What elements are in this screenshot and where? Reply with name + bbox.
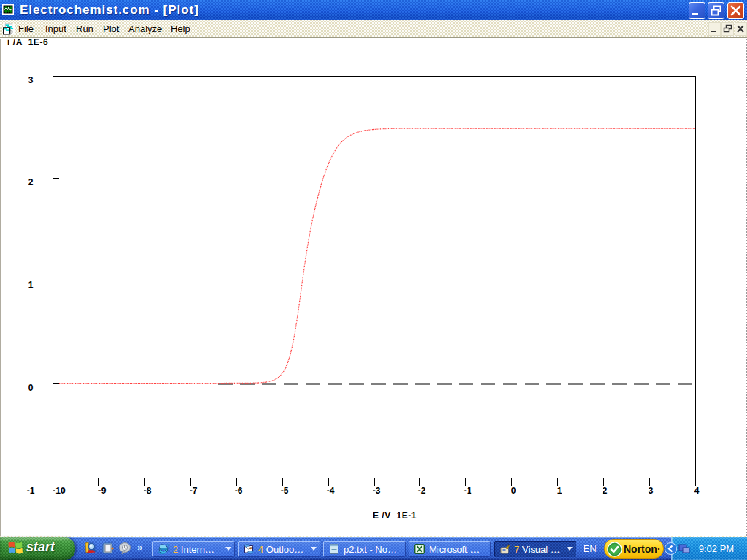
svg-text:E /V 1E-1: E /V 1E-1 <box>373 510 417 521</box>
svg-text:0: 0 <box>28 383 34 393</box>
svg-text:3: 3 <box>28 75 34 85</box>
svg-text:i /A 1E-6: i /A 1E-6 <box>7 37 48 47</box>
svg-text:-10: -10 <box>53 486 66 496</box>
svg-text:-1: -1 <box>27 486 35 496</box>
svg-text:1: 1 <box>557 486 562 496</box>
svg-text:-1: -1 <box>464 486 472 496</box>
svg-text:-7: -7 <box>190 486 198 496</box>
svg-text:-8: -8 <box>144 486 152 496</box>
svg-text:4: 4 <box>694 486 700 496</box>
svg-text:-5: -5 <box>281 486 289 496</box>
svg-text:-9: -9 <box>98 486 107 496</box>
svg-text:2: 2 <box>28 177 34 187</box>
svg-text:-6: -6 <box>235 486 243 496</box>
svg-text:-4: -4 <box>327 486 335 496</box>
svg-text:-2: -2 <box>418 486 426 496</box>
svg-text:0: 0 <box>511 486 516 496</box>
svg-text:2: 2 <box>603 486 608 496</box>
svg-text:1: 1 <box>28 280 34 290</box>
svg-text:-3: -3 <box>373 486 381 496</box>
svg-text:3: 3 <box>649 486 654 496</box>
